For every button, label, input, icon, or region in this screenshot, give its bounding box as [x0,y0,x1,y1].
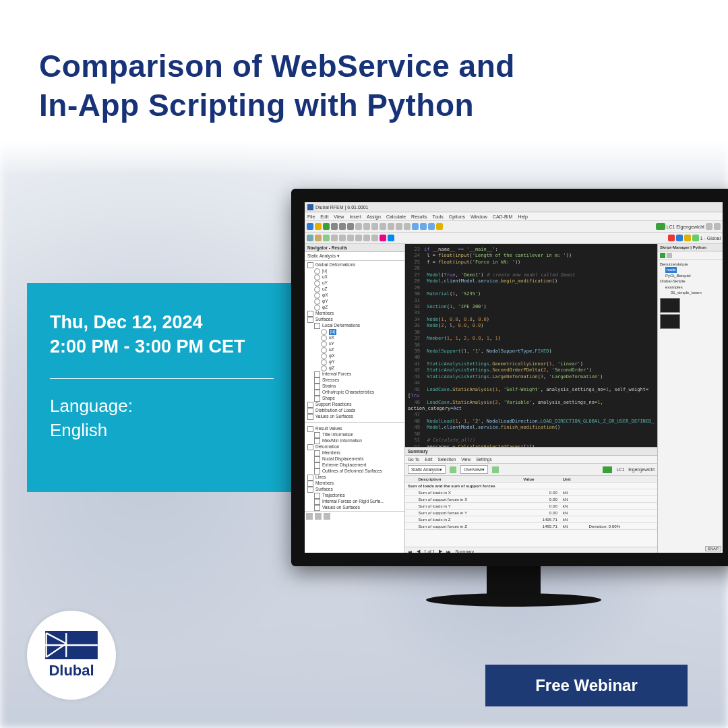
code-line[interactable]: 27 Model(True, 'Demo1') # create new mod… [408,272,657,278]
radio-icon[interactable] [321,341,327,347]
summary-select-analysis[interactable]: Static Analysis ▾ [408,465,446,474]
tree-item[interactable]: φY [306,299,403,305]
flag-icon[interactable] [324,513,330,520]
menu-cad-bim[interactable]: CAD-BIM [493,214,513,219]
code-line[interactable]: 37 Member(1, 1, 2, 0.0, 1, 1) [408,336,657,342]
play-icon[interactable] [660,253,665,258]
checkbox-icon[interactable] [314,493,320,499]
script-tree-item[interactable]: node [660,267,721,272]
tree-item[interactable]: Internal Forces on Rigid Surfa… [306,499,403,505]
tool-icon[interactable] [380,223,386,230]
radio-icon[interactable] [314,274,320,280]
checkbox-icon[interactable] [307,317,313,323]
script-toolbar[interactable] [658,251,723,260]
tree-item[interactable]: Distribution of Loads [306,408,403,414]
script-tree-item[interactable]: PyGt_Beispiel [660,273,721,278]
tool-icon[interactable] [684,235,691,241]
tool-icon[interactable] [323,223,330,230]
checkbox-icon[interactable] [307,414,313,420]
checkbox-icon[interactable] [314,462,320,468]
code-line[interactable]: 36 [408,330,657,336]
tool-icon[interactable] [307,223,313,230]
tree-item[interactable]: Values on Surfaces [306,414,403,420]
menu-edit[interactable]: Edit [320,214,328,219]
tree-item[interactable]: φY [306,359,403,365]
tool-icon[interactable] [331,223,338,230]
tool-icon[interactable] [667,253,672,258]
checkbox-icon[interactable] [307,262,313,268]
tool-icon[interactable] [363,235,370,241]
eye-icon[interactable] [315,513,322,520]
code-editor[interactable]: 23if __name__ == '__main__':24 l = float… [405,244,657,447]
nav-bottom-icons[interactable] [305,511,404,521]
navigator-dropdown[interactable]: Static Analysis ▾ [305,252,404,261]
tool-icon[interactable] [436,223,443,230]
last-page-icon[interactable]: ⏭ [446,549,451,553]
tool-icon[interactable] [388,223,394,230]
code-line[interactable]: 42 StaticAnalysisSettings.SecondOrderPDe… [408,367,657,373]
tool-icon[interactable] [420,223,427,230]
menu-options[interactable]: Options [449,214,465,219]
radio-icon[interactable] [314,280,320,286]
checkbox-icon[interactable] [314,390,320,396]
code-line[interactable]: 47 [408,412,657,418]
summary-menu-edit[interactable]: Edit [425,457,432,462]
code-line[interactable]: 49 Model.clientModel.service.finish_modi… [408,425,657,431]
checkbox-icon[interactable] [307,426,313,432]
code-line[interactable]: 25 f = float(input('Force in kN: ')) [408,260,657,266]
tool-icon[interactable] [396,223,402,230]
checkbox-icon[interactable] [314,384,320,390]
tool-icon[interactable] [404,223,411,230]
tool-icon[interactable] [388,235,394,241]
tool-icon[interactable] [315,235,322,241]
tree-item[interactable]: Nodal Displacements [306,456,403,462]
tree-item[interactable]: uZ [306,286,403,293]
summary-select-overview[interactable]: Overview ▾ [460,465,488,474]
summary-table[interactable]: DescriptionValueUnit Sum of loads and th… [405,476,657,547]
tree-item[interactable]: Members [306,481,403,487]
tool-icon[interactable] [355,223,362,230]
summary-menu-selection[interactable]: Selection [437,457,456,462]
menu-insert[interactable]: Insert [349,214,361,219]
free-webinar-button[interactable]: Free Webinar [485,665,688,706]
tool-icon[interactable] [323,235,330,241]
tool-icon[interactable] [315,223,322,230]
checkbox-icon[interactable] [307,311,313,317]
tool-icon[interactable] [692,235,699,241]
checkbox-icon[interactable] [314,450,320,456]
code-line[interactable]: 41 StaticAnalysisSettings.GeometricallyL… [408,361,657,367]
table-row[interactable]: Sum of support forces in X0.00kN [405,496,657,503]
tree-item[interactable]: |u| [306,268,403,274]
code-line[interactable]: 24 l = float(input('Length of the cantil… [408,253,657,259]
tree-item[interactable]: Trajectories [306,493,403,499]
code-line[interactable]: 34 Node(1, 0.0, 0.0, 0.0) [408,317,657,323]
tree-item[interactable]: uZ [306,347,403,353]
tree-item[interactable]: Strains [306,384,403,390]
summary-menu-view[interactable]: View [461,457,471,462]
checkbox-icon[interactable] [314,499,320,505]
script-tree-item[interactable]: Benutzerskripte [660,262,721,267]
print-icon[interactable] [347,223,354,230]
tree-item[interactable]: Max/Min Information [306,438,403,444]
navigator-panel[interactable]: Navigator - Results Static Analysis ▾ Gl… [305,244,405,553]
tree-item[interactable]: φX [306,293,403,299]
radio-icon[interactable] [321,335,327,341]
tree-item[interactable]: Surfaces [306,317,403,323]
checkbox-icon[interactable] [314,438,320,444]
radio-icon[interactable] [321,353,327,359]
checkbox-icon[interactable] [307,444,313,450]
code-line[interactable]: 29 [408,285,657,291]
first-page-icon[interactable]: ⏮ [408,549,413,553]
menu-tools[interactable]: Tools [432,214,443,219]
menu-help[interactable]: Help [518,214,527,219]
code-line[interactable]: 48 NodalLoad(1, 1, '2', NodalLoadDirecti… [408,419,657,425]
tool-icon[interactable] [363,223,370,230]
tree-item[interactable]: Internal Forces [306,371,403,377]
checkbox-icon[interactable] [314,396,320,402]
prev-page-icon[interactable]: ◀ [417,549,420,553]
code-line[interactable]: 40 [408,355,657,361]
tree-item[interactable]: Values on Surfaces [306,505,403,511]
arrow-right-icon[interactable] [714,223,721,230]
code-line[interactable]: 38 [408,342,657,348]
code-line[interactable]: 50 [408,431,657,437]
